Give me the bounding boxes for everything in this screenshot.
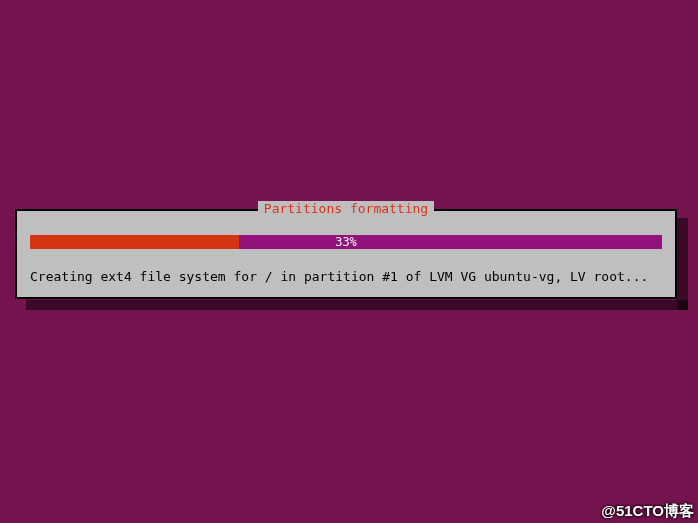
dialog-title-wrap: Partitions formatting	[17, 201, 675, 217]
dialog-title: Partitions formatting	[258, 201, 434, 217]
dialog-shadow-bottom	[26, 300, 688, 310]
watermark: @51CTO博客	[601, 502, 694, 521]
dialog-shadow-right	[677, 218, 688, 310]
progress-bar-label: 33%	[30, 235, 662, 249]
status-text: Creating ext4 file system for / in parti…	[30, 269, 648, 284]
progress-bar: 33%	[30, 235, 662, 249]
progress-dialog: Partitions formatting 33% Creating ext4 …	[15, 209, 677, 299]
